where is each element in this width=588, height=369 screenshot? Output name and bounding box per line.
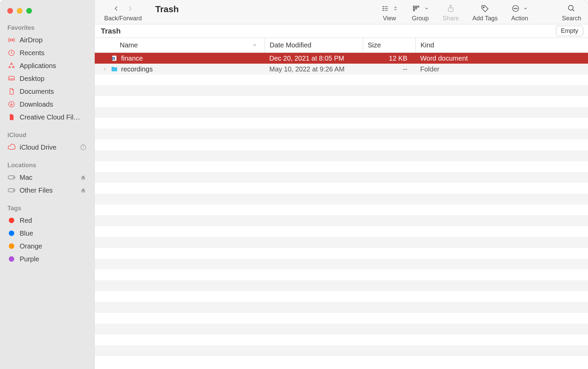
sidebar-item-documents[interactable]: Documents (3, 85, 91, 98)
sidebar-tag-purple[interactable]: Purple (3, 253, 91, 265)
sidebar-item-downloads[interactable]: Downloads (3, 98, 91, 111)
toolbar-action[interactable]: Action (511, 3, 528, 22)
sidebar-item-airdrop[interactable]: AirDrop (3, 34, 91, 46)
sidebar-item-desktop[interactable]: Desktop (3, 72, 91, 85)
sidebar-item-label: Recents (20, 49, 87, 57)
empty-row (95, 74, 588, 85)
list-view-icon (381, 5, 390, 12)
file-size: -- (363, 65, 415, 73)
sidebar-icloud-list: iCloud Drive (0, 141, 94, 154)
zoom-window-button[interactable] (26, 8, 32, 14)
empty-trash-button[interactable]: Empty (556, 26, 583, 36)
toolbar-back-forward: Back/Forward (104, 3, 142, 22)
toolbar-search[interactable]: Search (562, 3, 581, 22)
eject-icon[interactable] (80, 175, 87, 180)
svg-text:W: W (112, 58, 114, 60)
empty-row (95, 237, 588, 248)
svg-point-11 (383, 10, 384, 10)
document-icon (7, 87, 16, 95)
sidebar-locations-list: Mac Other Files (0, 171, 94, 197)
disk-icon (7, 186, 16, 194)
svg-rect-17 (413, 10, 415, 11)
applications-icon (7, 62, 16, 70)
empty-row (95, 129, 588, 139)
svg-point-27 (568, 5, 573, 10)
folder-icon (111, 65, 118, 73)
empty-row (95, 183, 588, 194)
file-kind: Folder (415, 65, 588, 73)
finder-window: Favorites AirDrop Recents Applications (0, 0, 588, 369)
toolbar-group[interactable]: Group (411, 3, 429, 22)
toolbar-label: Group (412, 15, 429, 22)
column-headers: Name Date Modified Size Kind (95, 38, 588, 53)
empty-row (95, 118, 588, 129)
sidebar-item-icloud-drive[interactable]: iCloud Drive (3, 141, 91, 154)
toolbar-add-tags[interactable]: Add Tags (472, 3, 498, 22)
svg-rect-18 (415, 6, 417, 7)
column-name[interactable]: Name (95, 38, 265, 52)
search-icon (567, 4, 575, 13)
action-icon (512, 4, 520, 13)
file-list: W finance Dec 20, 2021 at 8:05 PM 12 KB … (95, 53, 588, 369)
close-window-button[interactable] (7, 8, 13, 14)
sidebar-item-creative-cloud[interactable]: Creative Cloud Fil… (3, 111, 91, 124)
forward-button[interactable] (125, 3, 135, 14)
sidebar-item-recents[interactable]: Recents (3, 46, 91, 59)
sidebar-item-applications[interactable]: Applications (3, 59, 91, 72)
empty-row (95, 204, 588, 215)
file-icon (7, 113, 16, 121)
sidebar-item-label: Documents (20, 88, 87, 95)
main-pane: Back/Forward Trash View Group (95, 0, 588, 369)
download-icon (7, 100, 16, 108)
cloud-icon (7, 143, 16, 151)
column-kind[interactable]: Kind (415, 38, 588, 52)
sidebar-item-other-files[interactable]: Other Files (3, 184, 91, 197)
sidebar-tag-blue[interactable]: Blue (3, 227, 91, 240)
tag-icon (481, 4, 490, 13)
empty-row (95, 96, 588, 107)
eject-icon[interactable] (80, 188, 87, 193)
updown-icon (393, 5, 398, 12)
sidebar-favorites-list: AirDrop Recents Applications Desktop (0, 34, 94, 124)
toolbar: Back/Forward Trash View Group (95, 0, 588, 24)
svg-rect-16 (413, 8, 415, 9)
sidebar-item-mac[interactable]: Mac (3, 171, 91, 184)
file-kind: Word document (415, 55, 588, 62)
sidebar-section-tags: Tags (0, 201, 94, 214)
file-row[interactable]: W finance Dec 20, 2021 at 8:05 PM 12 KB … (95, 53, 588, 64)
empty-row (95, 107, 588, 118)
back-button[interactable] (111, 3, 121, 14)
chevron-down-icon (424, 6, 429, 11)
toolbar-label: Back/Forward (104, 15, 142, 22)
column-label: Size (368, 41, 381, 49)
file-row[interactable]: recordings May 10, 2022 at 9:26 AM -- Fo… (95, 64, 588, 74)
column-label: Name (120, 41, 138, 49)
sidebar-section-locations: Locations (0, 158, 94, 171)
svg-rect-20 (418, 6, 419, 7)
svg-point-10 (383, 8, 384, 9)
disclosure-triangle[interactable] (101, 67, 108, 71)
empty-row (95, 259, 588, 269)
sidebar-tag-orange[interactable]: Orange (3, 240, 91, 253)
column-date-modified[interactable]: Date Modified (265, 38, 363, 52)
empty-row (95, 345, 588, 356)
svg-point-0 (10, 39, 13, 41)
svg-point-24 (514, 8, 515, 9)
toolbar-view[interactable]: View (381, 3, 398, 22)
toolbar-label: Share (443, 15, 459, 22)
column-label: Date Modified (270, 41, 311, 49)
location-path: Trash (101, 27, 121, 36)
empty-row (95, 150, 588, 161)
sidebar-item-label: iCloud Drive (20, 144, 75, 151)
group-icon (411, 5, 421, 12)
column-size[interactable]: Size (363, 38, 415, 52)
clock-icon (7, 49, 16, 57)
empty-row (95, 269, 588, 280)
location-bar: Trash Empty (95, 24, 588, 38)
sidebar-tag-red[interactable]: Red (3, 214, 91, 227)
empty-row (95, 215, 588, 226)
desktop-icon (7, 74, 16, 83)
svg-rect-2 (9, 77, 15, 80)
minimize-window-button[interactable] (17, 8, 22, 14)
svg-point-26 (517, 8, 517, 9)
